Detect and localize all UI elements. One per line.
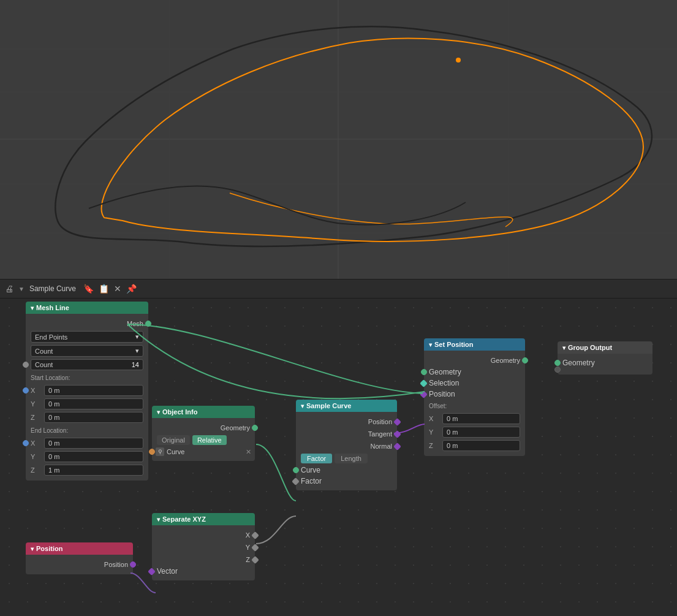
end-x-row: X 0 m [26,436,148,450]
length-button[interactable]: Length [335,454,368,463]
sp-selection-row: Selection [424,378,525,389]
sep-y-row: Y [152,541,255,553]
viewport [0,0,677,279]
go-geometry-socket[interactable] [554,360,561,366]
curve-icon: ⚲ [156,447,164,456]
node-editor: ▾ Mesh Line Mesh End Points ▾ Count ▾ [0,298,677,616]
sample-curve-body: Position Tangent Normal Factor Length Cu [296,412,397,490]
set-position-body: Geometry Geometry Selection Position Off… [424,351,525,456]
toolbar-close-icon[interactable]: ✕ [114,284,121,294]
end-x-field[interactable]: 0 m [44,438,143,449]
factor-button[interactable]: Factor [301,454,332,463]
separate-xyz-node: ▾ Separate XYZ X Y Z Vector [152,513,255,580]
mesh-line-header: ▾ Mesh Line [26,302,148,314]
start-x-row: X 0 m [26,384,148,397]
svg-point-8 [456,58,461,63]
toolbar-pin-icon[interactable]: 📌 [126,284,137,294]
separate-xyz-header: ▾ Separate XYZ [152,513,255,525]
start-y-row: Y 0 m [26,397,148,411]
sp-offset-label: Offset: [424,400,525,412]
count-socket[interactable] [23,362,29,368]
start-y-field[interactable]: 0 m [44,398,143,409]
go-empty-row [558,368,652,371]
go-geometry-row: Geometry [558,357,652,368]
obj-geometry-socket[interactable] [252,425,258,431]
set-position-node: ▾ Set Position Geometry Geometry Selecti… [424,338,525,456]
end-y-field[interactable]: 0 m [44,451,143,462]
object-info-body: Geometry Original Relative ⚲ Curve ✕ [152,418,255,461]
obj-geometry-out-row: Geometry [152,422,255,434]
toolbar-copy-icon[interactable]: 📋 [99,284,109,294]
sc-factor-in-row: Factor [296,476,397,487]
mesh-line-body: Mesh End Points ▾ Count ▾ [26,314,148,481]
mesh-output-row: Mesh [26,318,148,330]
toolbar-title: Sample Curve [29,284,76,293]
end-z-row: Z 1 m [26,463,148,477]
position-output-row: Position [26,558,133,571]
start-z-row: Z 0 m [26,411,148,424]
obj-clear-button[interactable]: ✕ [246,448,251,456]
count-row: Count 14 [26,358,148,371]
separate-xyz-body: X Y Z Vector [152,525,255,580]
toolbar-bookmark-icon[interactable]: 🔖 [83,284,94,294]
position-header: ▾ Position [26,542,133,555]
sp-ox-field[interactable]: 0 m [442,413,520,424]
sc-curve-in-row: Curve [296,465,397,476]
sp-oy-row: Y 0 m [424,425,525,439]
sc-curve-socket[interactable] [293,467,299,473]
sample-curve-node: ▾ Sample Curve Position Tangent Normal F… [296,400,397,490]
mesh-output-socket[interactable] [145,321,151,327]
sp-ox-row: X 0 m [424,412,525,425]
group-output-body: Geometry [558,354,652,375]
group-output-node: ▾ Group Output Geometry [558,341,652,375]
sc-factor-toggle-row: Factor Length [296,452,397,465]
go-empty-socket[interactable] [554,367,561,373]
sp-position-row: Position [424,389,525,400]
end-y-row: Y 0 m [26,450,148,463]
obj-object-socket[interactable] [149,449,155,455]
end-x-socket[interactable] [23,440,29,446]
sp-geometry-out-row: Geometry [424,354,525,367]
count-field[interactable]: Count 14 [31,359,143,370]
start-x-socket[interactable] [23,387,29,394]
obj-object-row: ⚲ Curve ✕ [152,446,255,457]
sc-tangent-out-row: Tangent [296,428,397,440]
set-position-header: ▾ Set Position [424,338,525,351]
start-x-field[interactable]: 0 m [44,385,143,396]
sc-position-out-row: Position [296,416,397,428]
position-node: ▾ Position Position [26,542,133,574]
sample-curve-header: ▾ Sample Curve [296,400,397,412]
mode1-row: End Points ▾ [26,330,148,344]
sp-oz-row: Z 0 m [424,439,525,452]
mode2-row: Count ▾ [26,344,148,358]
count-mode-dropdown[interactable]: Count ▾ [31,345,143,357]
start-z-field[interactable]: 0 m [44,412,143,423]
original-button[interactable]: Original [157,435,190,445]
position-body: Position [26,555,133,574]
relative-button[interactable]: Relative [192,435,227,445]
position-output-socket[interactable] [130,561,136,568]
endpoint-dropdown[interactable]: End Points ▾ [31,331,143,343]
end-z-field[interactable]: 1 m [44,465,143,476]
sc-normal-out-row: Normal [296,440,397,452]
obj-toggle-row: Original Relative [152,434,255,446]
sep-x-row: X [152,529,255,541]
toolbar-printer-icon[interactable]: 🖨 [5,284,13,294]
object-info-header: ▾ Object Info [152,406,255,418]
toolbar-dropdown-arrow[interactable]: ▼ [18,286,25,292]
sp-geometry-in-socket[interactable] [421,369,427,375]
sep-z-row: Z [152,553,255,566]
mesh-line-node: ▾ Mesh Line Mesh End Points ▾ Count ▾ [26,302,148,481]
object-info-node: ▾ Object Info Geometry Original Relative… [152,406,255,461]
sp-oy-field[interactable]: 0 m [442,427,520,438]
sp-oz-field[interactable]: 0 m [442,440,520,451]
group-output-header: ▾ Group Output [558,341,652,354]
sp-geometry-out-socket[interactable] [522,357,528,363]
end-location-label: End Location: [26,424,148,436]
node-editor-toolbar: 🖨 ▼ Sample Curve 🔖 📋 ✕ 📌 [0,279,677,298]
sp-geometry-in-row: Geometry [424,367,525,378]
sep-vector-row: Vector [152,566,255,577]
start-location-label: Start Location: [26,371,148,384]
